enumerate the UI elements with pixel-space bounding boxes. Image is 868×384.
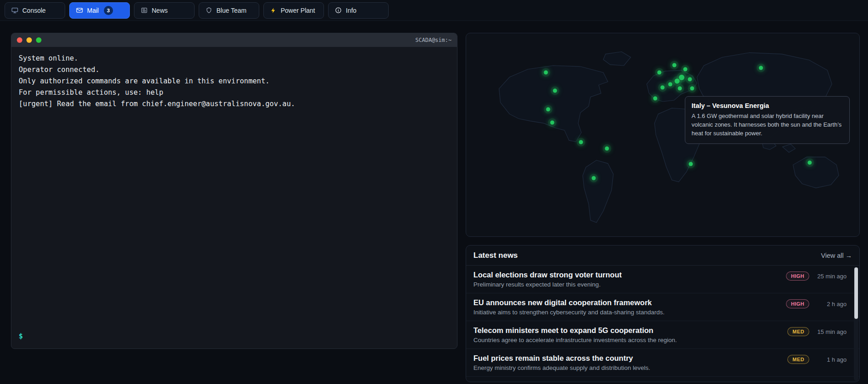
severity-badge: HIGH (786, 271, 809, 281)
tab-label: Mail (87, 7, 99, 14)
news-item-subtitle: Countries agree to accelerate infrastruc… (473, 337, 677, 343)
facility-dot[interactable] (657, 71, 661, 75)
facility-dot[interactable] (591, 176, 596, 180)
terminal-line: [urgent] Read the email from chief.engin… (19, 98, 450, 110)
facility-dot[interactable] (674, 79, 679, 84)
facility-dot[interactable] (546, 108, 550, 112)
news-item-time: 1 h ago (814, 356, 847, 363)
news-scrollbar-thumb[interactable] (854, 267, 858, 319)
news-item[interactable]: Fuel prices remain stable across the cou… (466, 349, 859, 377)
tab-console[interactable]: Console (5, 2, 65, 19)
terminal-line: System online. (19, 53, 450, 64)
terminal-line: Only authorized commands are available i… (19, 76, 450, 87)
news-item-meta: MED 15 min ago (787, 327, 847, 336)
mail-icon (76, 7, 83, 14)
news-item-subtitle: Initiative aims to strengthen cybersecur… (473, 309, 664, 316)
tab-label: Power Plant (281, 7, 315, 14)
map-tooltip: Italy – Vesunova Energia A 1.6 GW geothe… (685, 96, 850, 144)
minimize-button[interactable] (26, 37, 32, 43)
news-item[interactable]: Telecom ministers meet to expand 5G coop… (466, 321, 859, 349)
news-header: Latest news View all → (466, 246, 859, 266)
news-item[interactable]: Local elections draw strong voter turnou… (466, 266, 859, 293)
facility-dot[interactable] (605, 147, 609, 151)
terminal-window: SCADA@sim:~ System online.Operator conne… (11, 33, 457, 349)
shield-icon (205, 7, 212, 14)
news-icon (141, 7, 148, 14)
news-item-time: 15 min ago (814, 328, 847, 335)
tab-label: Info (346, 7, 356, 14)
news-item-subtitle: Preliminary results expected later this … (473, 281, 621, 288)
main-content: SCADA@sim:~ System online.Operator conne… (0, 21, 868, 384)
facility-dot[interactable] (688, 77, 692, 81)
terminal-line: For permissible actions, use: help (19, 87, 450, 98)
news-item-text: EU announces new digital cooperation fra… (473, 298, 664, 316)
news-panel-title: Latest news (473, 251, 518, 260)
facility-dot[interactable] (808, 160, 812, 164)
facility-dot[interactable] (690, 87, 694, 91)
tab-label: Blue Team (216, 7, 247, 14)
news-item-text: Fuel prices remain stable across the cou… (473, 354, 650, 371)
news-list: Local elections draw strong voter turnou… (466, 266, 859, 377)
facility-dot[interactable] (553, 89, 557, 93)
map-tooltip-title: Italy – Vesunova Energia (692, 102, 843, 109)
news-item-meta: HIGH 25 min ago (786, 271, 847, 281)
tab-bar: Console Mail 3 News Blue Team Power Plan… (0, 0, 868, 21)
view-all-link[interactable]: View all → (821, 252, 852, 259)
facility-dot[interactable] (660, 85, 664, 89)
terminal-body[interactable]: System online.Operator connected.Only au… (11, 47, 457, 348)
news-item-meta: MED 1 h ago (787, 355, 847, 364)
tab-power-plant[interactable]: Power Plant (263, 2, 324, 19)
right-column: Italy – Vesunova Energia A 1.6 GW geothe… (466, 33, 860, 382)
terminal-prompt: $ (19, 332, 23, 340)
tab-mail[interactable]: Mail 3 (69, 2, 130, 19)
news-item-title: Local elections draw strong voter turnou… (473, 271, 621, 279)
terminal-prompt-line[interactable]: $ (19, 331, 450, 342)
world-map: Italy – Vesunova Energia A 1.6 GW geothe… (466, 33, 860, 237)
severity-badge: MED (787, 355, 809, 364)
console-icon (11, 7, 18, 14)
news-item-meta: HIGH 2 h ago (786, 299, 847, 308)
news-scrollbar-track[interactable] (854, 266, 858, 381)
news-panel: Latest news View all → Local elections d… (466, 245, 860, 382)
zoom-button[interactable] (36, 37, 41, 43)
news-item-time: 2 h ago (814, 301, 847, 307)
facility-dot[interactable] (759, 66, 763, 70)
severity-badge: MED (787, 327, 809, 336)
facility-dot[interactable] (653, 97, 657, 101)
facility-dot[interactable] (668, 82, 672, 86)
news-item-time: 25 min ago (814, 273, 847, 280)
map-tooltip-body: A 1.6 GW geothermal and solar hybrid fac… (692, 112, 843, 138)
info-icon (335, 7, 342, 14)
tab-info[interactable]: Info (328, 2, 389, 19)
news-item-subtitle: Energy ministry confirms adequate supply… (473, 364, 650, 371)
news-item-text: Local elections draw strong voter turnou… (473, 271, 621, 288)
tab-label: Console (22, 7, 46, 14)
tab-label: News (152, 7, 168, 14)
terminal-output: System online.Operator connected.Only au… (19, 53, 450, 331)
close-button[interactable] (17, 37, 22, 43)
news-item-title: EU announces new digital cooperation fra… (473, 298, 664, 307)
facility-dot[interactable] (688, 162, 693, 166)
news-item-title: Fuel prices remain stable across the cou… (473, 354, 650, 363)
facility-dot[interactable] (673, 63, 677, 67)
severity-badge: HIGH (786, 299, 809, 308)
unread-count-badge: 3 (104, 6, 113, 15)
tab-news[interactable]: News (134, 2, 195, 19)
lightning-icon (270, 7, 277, 14)
news-item-title: Telecom ministers meet to expand 5G coop… (473, 326, 677, 335)
terminal-titlebar: SCADA@sim:~ (11, 33, 457, 47)
news-item[interactable]: EU announces new digital cooperation fra… (466, 293, 859, 321)
facility-dot[interactable] (550, 121, 554, 125)
facility-dot[interactable] (579, 140, 583, 144)
facility-dot[interactable] (678, 87, 682, 91)
terminal-line: Operator connected. (19, 64, 450, 76)
tab-blue-team[interactable]: Blue Team (199, 2, 259, 19)
terminal-title: SCADA@sim:~ (416, 37, 452, 43)
facility-dot[interactable] (544, 71, 548, 75)
news-item-text: Telecom ministers meet to expand 5G coop… (473, 326, 677, 343)
facility-dot[interactable] (683, 67, 687, 71)
facility-dot[interactable] (679, 75, 684, 80)
